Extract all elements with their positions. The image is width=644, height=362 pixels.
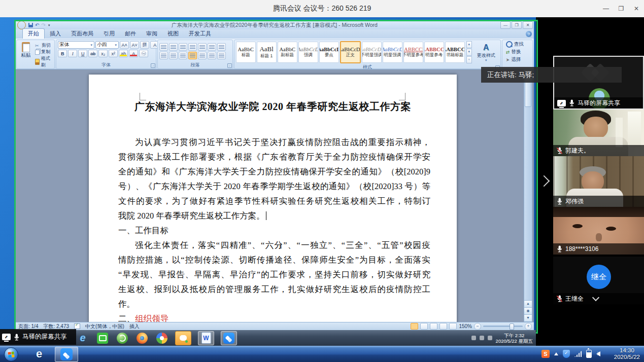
- participant-tile-188****3106[interactable]: 188****3106: [553, 207, 644, 255]
- align-left-icon[interactable]: [159, 52, 168, 59]
- multilevel-list-icon[interactable]: [179, 43, 187, 51]
- participant-tile-马驿的屏幕共享[interactable]: 马驿的屏幕共享: [553, 56, 644, 110]
- gallery-up-icon[interactable]: ▲: [466, 41, 472, 48]
- network-signal-icon[interactable]: [574, 351, 582, 357]
- browse-object-icon[interactable]: ◉: [524, 307, 532, 314]
- tray-icon[interactable]: [471, 336, 476, 340]
- minimize-button[interactable]: —: [598, 0, 614, 17]
- font-family-select[interactable]: 宋体▼: [58, 41, 94, 49]
- mic-icon[interactable]: [13, 333, 20, 341]
- highlight-color-button[interactable]: ab: [119, 50, 128, 57]
- tray-icon[interactable]: [480, 336, 484, 340]
- mic-muted-icon[interactable]: [556, 147, 563, 155]
- decrease-indent-icon[interactable]: [188, 43, 197, 51]
- style-item-标题 1[interactable]: AaBl标题 1: [257, 42, 277, 63]
- tab-视图[interactable]: 视图: [162, 29, 184, 39]
- replace-button[interactable]: ⇄替换: [506, 49, 524, 55]
- paste-button[interactable]: 粘贴: [18, 41, 33, 69]
- word-close-button[interactable]: ✕: [523, 21, 533, 29]
- zoom-in-button[interactable]: +: [525, 323, 532, 330]
- numbering-icon[interactable]: [169, 43, 178, 51]
- browser-taskbar-button[interactable]: e: [29, 347, 49, 361]
- strikethrough-button[interactable]: ab: [88, 50, 97, 57]
- zoom-slider-thumb[interactable]: [510, 323, 514, 330]
- sogou-input-icon[interactable]: S: [541, 350, 550, 358]
- collapse-panel-arrow[interactable]: [538, 175, 550, 187]
- draft-view-icon[interactable]: [449, 323, 457, 330]
- tencent-meeting-taskbar-button[interactable]: [55, 347, 78, 362]
- subscript-button[interactable]: x₂: [98, 50, 108, 57]
- start-button[interactable]: [4, 347, 18, 361]
- style-item-不明显参考[interactable]: AABBCCD不明显参考: [403, 42, 423, 63]
- tencent-meeting-taskbar-button[interactable]: [221, 331, 237, 345]
- vertical-scrollbar[interactable]: ▲ ▲ ◉ ▼: [524, 69, 532, 322]
- wechat-taskbar-button[interactable]: [175, 331, 191, 345]
- ie-taskbar-button[interactable]: e: [76, 332, 89, 345]
- dialog-launcher-icon[interactable]: ⌟: [227, 63, 232, 68]
- shading-icon[interactable]: [217, 52, 226, 59]
- chevron-down-icon[interactable]: [592, 294, 599, 301]
- style-item-要点[interactable]: AaBbCcD要点: [319, 42, 339, 63]
- battery-icon[interactable]: [586, 350, 592, 358]
- zoom-slider[interactable]: [483, 325, 523, 327]
- close-button[interactable]: ✕: [629, 0, 644, 17]
- sort-icon[interactable]: [208, 43, 216, 51]
- tab-页面布局[interactable]: 页面布局: [66, 29, 98, 39]
- change-styles-button[interactable]: A 更改样式 ▼: [473, 41, 499, 63]
- word-taskbar-button[interactable]: [198, 331, 214, 345]
- participant-tile-郭建夫。[interactable]: 郭建夫。: [553, 110, 644, 156]
- font-color-button[interactable]: A: [129, 50, 138, 57]
- spellcheck-icon[interactable]: [74, 323, 80, 329]
- tab-插入[interactable]: 插入: [45, 29, 66, 39]
- font-size-select[interactable]: 小四▼: [95, 41, 119, 49]
- fullscreen-view-icon[interactable]: [420, 323, 428, 330]
- style-item-明显强调[interactable]: AaBbCcD明显强调: [383, 42, 402, 63]
- tab-引用[interactable]: 引用: [98, 29, 120, 39]
- print-layout-view-icon[interactable]: [411, 323, 418, 330]
- security-shield-icon[interactable]: [563, 350, 570, 358]
- mic-muted-icon[interactable]: [556, 295, 563, 303]
- style-item-不明显强调[interactable]: AaBbCcDc不明显强调: [362, 42, 382, 63]
- distribute-icon[interactable]: [198, 52, 207, 59]
- taskbar-clock[interactable]: 14:30 2020/5/22: [614, 347, 640, 360]
- participant-tile-王继全[interactable]: 继全王继全: [553, 257, 644, 304]
- zoom-out-button[interactable]: −: [474, 323, 481, 330]
- style-item-标题[interactable]: AaBbC标题: [236, 42, 256, 63]
- underline-button[interactable]: U: [78, 50, 87, 57]
- grow-font-button[interactable]: A˄: [120, 41, 129, 49]
- mic-icon[interactable]: [556, 245, 563, 253]
- tab-开始[interactable]: 开始: [22, 28, 45, 39]
- language-indicator[interactable]: 中文(简体，中国): [85, 323, 124, 330]
- show-marks-icon[interactable]: [217, 43, 226, 51]
- select-button[interactable]: ➤选择: [506, 56, 524, 63]
- 360-chrome-taskbar-button[interactable]: [155, 332, 168, 345]
- phonetic-guide-button[interactable]: 拼: [140, 41, 149, 49]
- document-area[interactable]: 广东海洋大学滨海农业学院 2020 年春季研究生返校工作方案 为认真学习贯彻习近…: [15, 69, 534, 322]
- previous-page-icon[interactable]: ▲: [524, 300, 532, 307]
- insert-mode[interactable]: 插入: [129, 323, 140, 330]
- tab-审阅[interactable]: 审阅: [141, 29, 162, 39]
- tray-expand-icon[interactable]: [554, 352, 558, 355]
- iqiyi-taskbar-button[interactable]: [96, 332, 109, 345]
- justify-icon[interactable]: [188, 52, 197, 59]
- superscript-button[interactable]: x²: [109, 50, 118, 57]
- dialog-launcher-icon[interactable]: ⌟: [151, 63, 155, 68]
- shrink-font-button[interactable]: A˅: [130, 41, 139, 49]
- next-page-icon[interactable]: ▼: [524, 314, 532, 321]
- style-item-书籍标题[interactable]: AABBCCI书籍标题: [445, 42, 465, 63]
- style-item-明显参考[interactable]: AABBCCI明显参考: [424, 42, 444, 63]
- style-item-副标题[interactable]: AaBbC副标题: [278, 42, 297, 63]
- shared-clock[interactable]: 下午 2:32 2020/5/22 星期五: [496, 333, 533, 344]
- line-spacing-icon[interactable]: [208, 52, 216, 59]
- restore-button[interactable]: ❐: [614, 0, 629, 17]
- tab-开发工具[interactable]: 开发工具: [184, 29, 216, 39]
- firefox-taskbar-button[interactable]: [135, 332, 149, 345]
- italic-button[interactable]: I: [68, 50, 77, 57]
- 360-browser-taskbar-button[interactable]: [116, 332, 129, 345]
- zoom-level[interactable]: 150%: [459, 323, 472, 329]
- enclose-char-button[interactable]: ㊀: [139, 50, 148, 57]
- format-painter-button[interactable]: 格式刷: [35, 55, 53, 68]
- mic-icon[interactable]: [568, 99, 575, 107]
- cut-button[interactable]: 剪切: [35, 42, 53, 49]
- word-minimize-button[interactable]: —: [500, 21, 511, 29]
